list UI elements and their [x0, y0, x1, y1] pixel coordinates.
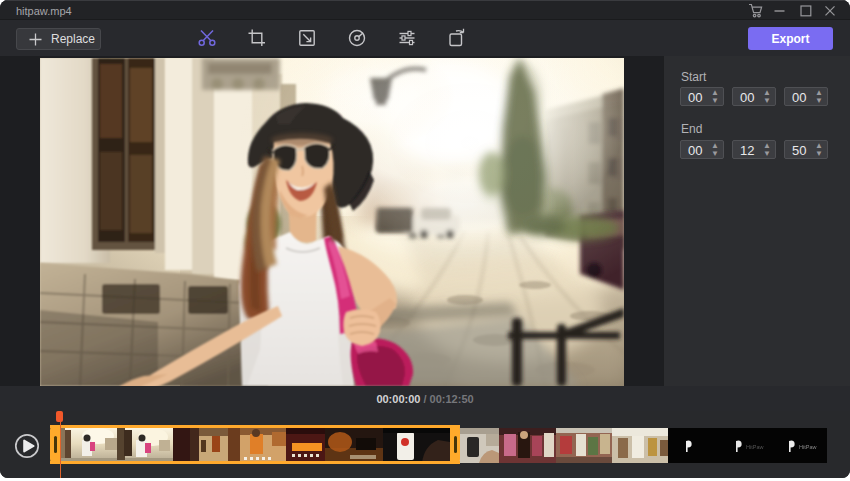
svg-text:HitPaw: HitPaw [799, 444, 816, 450]
svg-text:HitPaw: HitPaw [746, 444, 763, 450]
